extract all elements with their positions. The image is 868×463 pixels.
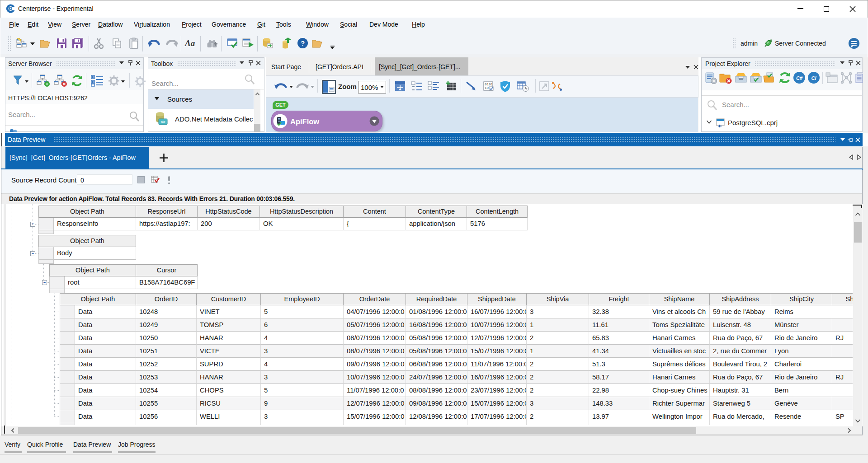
svg-text:C#: C# <box>796 75 803 81</box>
svg-text:<>: <> <box>160 120 165 124</box>
svg-text:?: ? <box>301 39 305 47</box>
svg-text:Ci: Ci <box>811 75 817 81</box>
svg-text:10: 10 <box>485 86 489 90</box>
svg-text:0101: 0101 <box>485 83 493 86</box>
